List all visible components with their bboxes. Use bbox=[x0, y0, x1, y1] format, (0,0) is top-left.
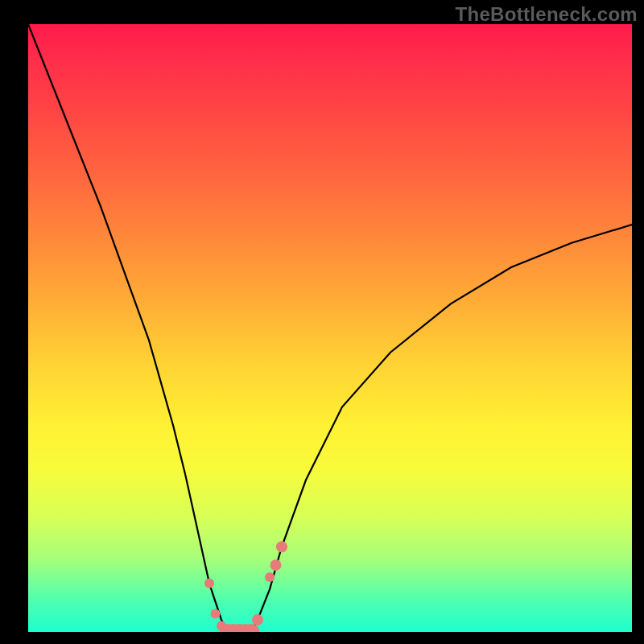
watermark-label: TheBottleneck.com bbox=[456, 3, 638, 26]
marker-point bbox=[276, 541, 287, 552]
highlight-markers bbox=[204, 541, 287, 632]
plot-area bbox=[28, 24, 632, 632]
chart-svg bbox=[28, 24, 632, 632]
marker-point bbox=[270, 559, 282, 571]
marker-point bbox=[252, 614, 263, 625]
bottleneck-curve bbox=[28, 24, 632, 632]
marker-point bbox=[211, 609, 221, 618]
marker-point bbox=[204, 579, 214, 588]
marker-point bbox=[265, 572, 275, 582]
chart-frame: TheBottleneck.com bbox=[0, 0, 644, 644]
